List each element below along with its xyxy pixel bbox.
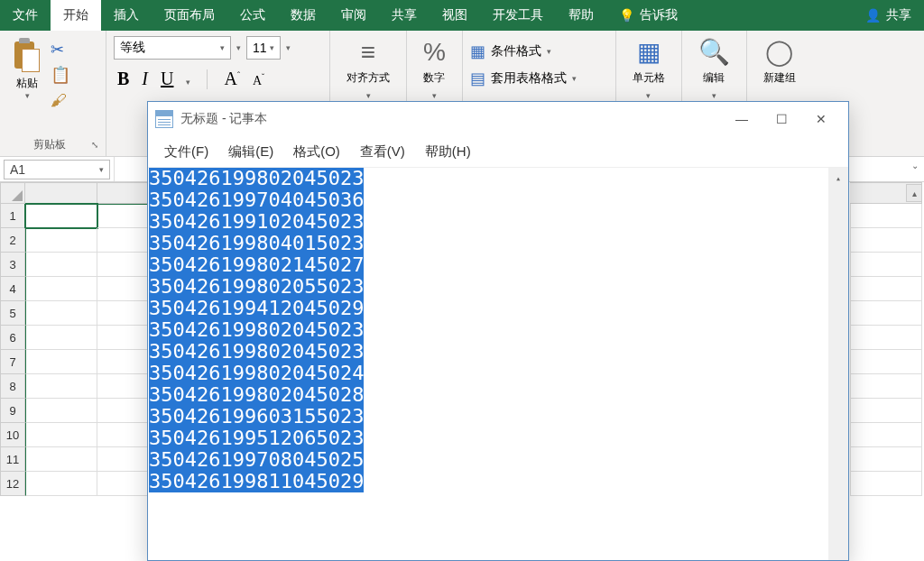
cell[interactable] [25,399,97,423]
dialog-launcher-icon[interactable]: ⤡ [91,138,98,150]
font-name-value: 等线 [120,40,145,56]
menu-view[interactable]: 查看(V) [353,140,412,164]
shrink-font-button[interactable]: Aˇ [253,72,264,88]
new-group-button[interactable]: ◯ 新建组 [754,36,805,86]
row-header[interactable]: 1 [0,204,25,228]
row-header[interactable]: 2 [0,228,25,253]
close-button[interactable]: ✕ [801,105,841,133]
notepad-line: 350426199802055023 [149,276,364,298]
cell[interactable] [850,204,922,228]
paste-button[interactable]: 粘贴 ▾ [7,36,47,100]
separator [207,69,208,89]
chevron-down-icon: ▾ [366,91,371,100]
notepad-line: 350426199802045024 [149,363,364,384]
tab-review[interactable]: 审阅 [328,0,379,31]
conditional-format-button[interactable]: ▦ 条件格式 ▾ [470,38,608,65]
edit-button[interactable]: 🔍 编辑 ▾ [689,36,739,100]
format-painter-icon[interactable]: 🖌 [51,92,70,108]
scroll-up-button[interactable]: ▴ [906,184,922,202]
bulb-icon: 💡 [619,8,634,23]
row-header[interactable]: 4 [0,277,25,301]
copy-icon[interactable]: 📋 [51,67,70,83]
cell[interactable] [850,447,922,472]
italic-button[interactable]: I [142,69,148,89]
notepad-titlebar[interactable]: 无标题 - 记事本 — ☐ ✕ [148,102,848,136]
cell[interactable] [25,447,97,472]
font-name-select[interactable]: 等线 ▾ [114,36,231,60]
row-header[interactable]: 10 [0,423,25,447]
search-icon: 🔍 [698,40,730,65]
cell[interactable] [25,326,97,350]
expand-icon[interactable]: ⌄ [911,161,919,170]
row-header[interactable]: 9 [0,399,25,423]
share-button[interactable]: 👤 共享 [853,0,924,31]
tab-dev[interactable]: 开发工具 [480,0,556,31]
menu-edit[interactable]: 编辑(E) [221,140,281,164]
font-size-select[interactable]: 11 ▾ [246,36,281,60]
row-header[interactable]: 11 [0,447,25,472]
cell[interactable] [850,228,922,253]
minimize-button[interactable]: — [722,105,762,133]
tell-me[interactable]: 💡 告诉我 [606,0,690,31]
notepad-scrollbar[interactable]: ▴ [828,168,848,560]
cell[interactable] [25,204,97,228]
chevron-down-icon: ▾ [99,165,104,174]
cell[interactable] [25,350,97,374]
row-header[interactable]: 5 [0,301,25,326]
cells-button[interactable]: ▦ 单元格 ▾ [624,36,674,100]
notepad-line: 350426199603155023 [149,406,364,428]
grid-icon: ▦ [470,41,485,61]
row-header[interactable]: 7 [0,350,25,374]
cell[interactable] [25,301,97,326]
cell[interactable] [25,423,97,447]
row-header[interactable]: 3 [0,253,25,277]
scroll-up-icon[interactable]: ▴ [828,168,848,188]
name-box[interactable]: A1 ▾ [4,160,110,179]
row-header[interactable]: 6 [0,326,25,350]
bold-button[interactable]: B [117,69,129,89]
align-button[interactable]: ≡ 对齐方式 ▾ [337,36,399,100]
cell[interactable] [850,326,922,350]
cell[interactable] [25,228,97,253]
number-button[interactable]: % 数字 ▾ [414,36,455,100]
cell[interactable] [25,277,97,301]
scissors-icon[interactable]: ✂ [51,41,70,58]
chevron-down-icon[interactable]: ▾ [236,43,241,52]
grow-font-button[interactable]: Aˆ [224,69,239,89]
cell[interactable] [850,253,922,277]
cell[interactable] [25,472,97,496]
tab-layout[interactable]: 页面布局 [152,0,227,31]
row-header[interactable]: 12 [0,472,25,496]
tab-home[interactable]: 开始 [51,0,101,31]
menu-help[interactable]: 帮助(H) [418,140,478,164]
cell[interactable] [850,374,922,399]
chevron-down-icon[interactable]: ▾ [186,78,190,87]
underline-button[interactable]: U [161,69,173,89]
cell[interactable] [850,423,922,447]
cell[interactable] [850,277,922,301]
cell[interactable] [850,301,922,326]
tab-data[interactable]: 数据 [278,0,328,31]
paste-icon [13,40,42,76]
select-all-cell[interactable] [0,182,25,204]
cell[interactable] [25,253,97,277]
row-header[interactable]: 8 [0,374,25,399]
tab-formula[interactable]: 公式 [227,0,278,31]
maximize-button[interactable]: ☐ [762,105,801,133]
cell[interactable] [25,374,97,399]
tab-share[interactable]: 共享 [379,0,430,31]
menu-format[interactable]: 格式(O) [286,140,347,164]
tab-insert[interactable]: 插入 [101,0,152,31]
col-header[interactable] [25,182,97,204]
tab-help[interactable]: 帮助 [556,0,606,31]
cell[interactable] [850,399,922,423]
cell[interactable] [850,350,922,374]
table-format-button[interactable]: ▤ 套用表格格式 ▾ [470,65,608,92]
notepad-line: 350426199811045029 [149,471,364,492]
cell[interactable] [850,472,922,496]
menu-file[interactable]: 文件(F) [157,140,216,164]
tab-file[interactable]: 文件 [0,0,51,31]
tab-view[interactable]: 视图 [430,0,480,31]
notepad-text-area[interactable]: 3504261998020450233504261997040450363504… [148,167,848,560]
chevron-down-icon[interactable]: ▾ [286,43,291,52]
